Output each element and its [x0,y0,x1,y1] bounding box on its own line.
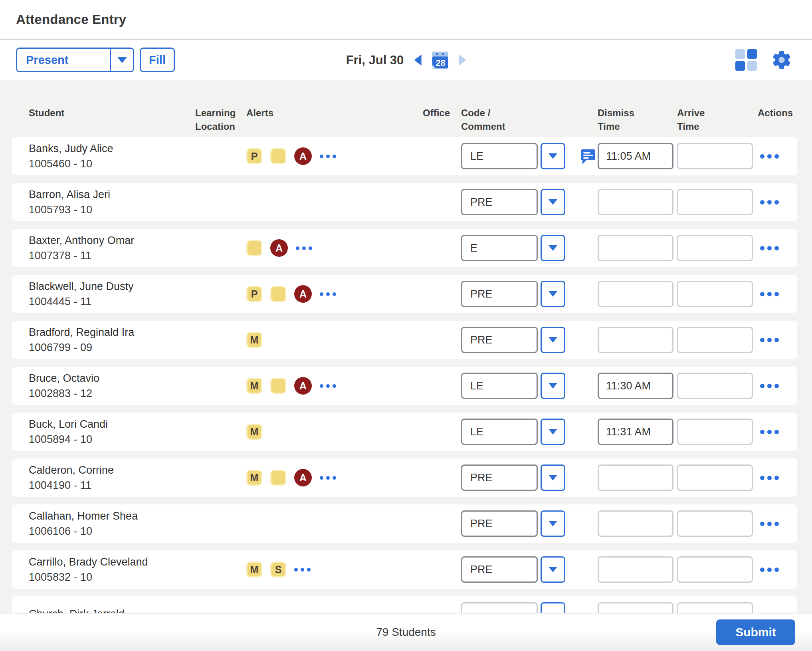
previous-day-button[interactable] [414,54,421,65]
alert-more-button[interactable] [296,246,312,250]
code-input[interactable] [461,419,538,445]
row-actions-button[interactable] [760,292,779,296]
alert-more-button[interactable] [320,292,336,296]
dismiss-time-input[interactable] [598,235,673,261]
code-dropdown-button[interactable] [541,327,565,353]
alert-badge-M[interactable]: M [246,332,262,348]
row-actions-button[interactable] [760,568,779,572]
alert-badge-A[interactable]: A [294,147,312,165]
code-input[interactable] [461,464,538,491]
dismiss-time-input[interactable] [598,419,673,445]
fill-button[interactable]: Fill [140,48,175,72]
arrive-time-input[interactable] [677,556,753,583]
code-input[interactable] [461,143,538,169]
arrive-time-input[interactable] [677,235,753,261]
alert-badge-P[interactable]: P [246,286,262,302]
chevron-down-icon [549,245,557,251]
present-dropdown-button[interactable] [110,49,133,71]
arrive-time-input[interactable] [677,419,753,445]
dismiss-time-input[interactable] [598,327,673,353]
arrive-time-input[interactable] [677,189,753,215]
submit-button[interactable]: Submit [716,619,795,645]
actions-cell [758,384,789,388]
alert-more-button[interactable] [294,568,311,572]
alert-badge-M[interactable]: M [246,424,262,440]
alert-more-button[interactable] [320,384,336,388]
student-row: Bruce, Octavio 1002883 - 12 MA [12,367,797,405]
ellipsis-icon [760,476,779,480]
arrive-time-cell [677,464,758,491]
code-input[interactable] [461,281,538,307]
row-actions-button[interactable] [760,384,779,388]
page-title: Attendance Entry [16,12,126,27]
code-dropdown-button[interactable] [541,510,565,537]
code-dropdown-button[interactable] [541,189,565,215]
row-actions-button[interactable] [760,200,779,204]
student-row: Buck, Lori Candi 1005894 - 10 M [12,413,797,451]
dismiss-time-input[interactable] [598,281,673,307]
alert-more-button[interactable] [320,476,336,480]
alert-badge-blank[interactable] [270,286,286,302]
dismiss-time-input[interactable] [598,510,673,537]
row-actions-button[interactable] [760,246,779,250]
row-actions-button[interactable] [760,430,779,434]
alert-badge-blank[interactable] [270,148,286,164]
alert-badge-A[interactable]: A [270,239,288,257]
arrive-time-input[interactable] [677,281,753,307]
arrive-time-input[interactable] [677,373,753,399]
dismiss-time-input[interactable] [598,189,673,215]
alert-more-button[interactable] [320,155,336,158]
comment-button[interactable] [580,148,596,165]
alert-badge-blank[interactable] [246,240,262,256]
arrive-time-input[interactable] [677,510,753,537]
student-id: 1005894 - 10 [29,433,195,446]
code-input[interactable] [461,556,538,583]
code-dropdown-button[interactable] [541,373,565,399]
code-input[interactable] [461,327,538,353]
code-input[interactable] [461,373,538,399]
dismiss-time-input[interactable] [598,373,673,399]
alert-badge-A[interactable]: A [294,469,312,486]
arrive-time-input[interactable] [677,327,753,353]
calendar-button[interactable]: 28 [432,51,448,69]
row-actions-button[interactable] [760,154,779,159]
code-dropdown-button[interactable] [541,281,565,307]
dismiss-time-input[interactable] [598,143,673,169]
code-dropdown-button[interactable] [541,464,565,491]
row-actions-button[interactable] [760,522,779,526]
code-dropdown-button[interactable] [541,235,565,261]
code-input[interactable] [461,510,538,537]
present-split-button: Present [16,48,134,72]
row-actions-button[interactable] [760,338,779,342]
student-id: 1005832 - 10 [29,571,195,584]
chevron-down-icon [549,291,557,297]
alert-badge-P[interactable]: P [246,148,262,164]
row-actions-button[interactable] [760,476,779,480]
alert-badge-M[interactable]: M [246,470,262,486]
code-input[interactable] [461,235,538,261]
alert-badge-blank[interactable] [270,470,286,486]
settings-button[interactable] [770,49,793,71]
alert-badge-A[interactable]: A [294,377,312,395]
actions-cell [758,154,789,159]
code-input[interactable] [461,189,538,215]
arrive-time-input[interactable] [677,143,753,169]
actions-cell [758,568,789,572]
alert-badge-blank[interactable] [270,378,286,394]
next-day-button[interactable] [459,54,466,65]
code-dropdown-button[interactable] [541,419,565,445]
column-header-code-comment: Code /Comment [461,106,598,133]
code-dropdown-button[interactable] [541,556,565,583]
code-dropdown-button[interactable] [541,143,565,169]
alert-badge-M[interactable]: M [246,378,262,394]
dismiss-time-input[interactable] [598,464,673,491]
ellipsis-icon [760,154,779,159]
present-button[interactable]: Present [17,49,110,71]
dismiss-time-input[interactable] [598,556,673,583]
alert-badge-M[interactable]: M [246,562,262,578]
student-name: Calderon, Corrine [29,464,195,476]
layout-toggle-button[interactable] [735,49,757,71]
arrive-time-input[interactable] [677,464,753,491]
alert-badge-A[interactable]: A [294,285,312,303]
alert-badge-S[interactable]: S [270,562,286,578]
